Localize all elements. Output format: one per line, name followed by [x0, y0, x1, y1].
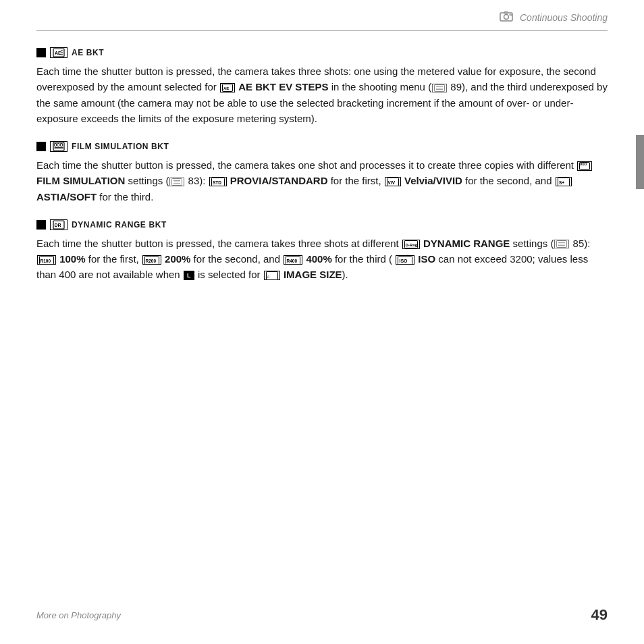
- dynamic-range-bold: DYNAMIC RANGE: [423, 238, 510, 249]
- svg-rect-23: [583, 163, 584, 165]
- svg-text:R200: R200: [145, 258, 156, 263]
- svg-rect-3: [510, 14, 512, 16]
- ae-bkt-body: Each time the shutter button is pressed,…: [36, 63, 608, 126]
- dr-100-label: 100%: [59, 253, 85, 265]
- svg-text:AE: AE: [223, 86, 229, 90]
- L-icon: L: [184, 271, 194, 280]
- dr-200-label: 200%: [165, 253, 190, 265]
- film-sim-bkt-icon: [50, 141, 68, 152]
- dynamic-range-bkt-body: Each time the shutter button is pressed,…: [36, 236, 608, 283]
- ae-bkt-ev-steps-label: AE BKT EV STEPS: [238, 81, 328, 92]
- svg-text:⌂: ⌂: [267, 273, 269, 278]
- section-dynamic-range-bkt: DR DYNAMIC RANGE BKT Each time the shutt…: [36, 219, 608, 283]
- page-number: 49: [591, 606, 608, 624]
- svg-text:AE: AE: [55, 51, 61, 55]
- svg-rect-16: [55, 144, 57, 146]
- dr-400-icon: R400: [284, 255, 302, 265]
- svg-text:STD: STD: [213, 180, 221, 184]
- footer-caption: More on Photography: [36, 610, 121, 620]
- velvia-label: Velvia/VIVID: [404, 175, 462, 186]
- img-size-icon: ⌂: [264, 271, 280, 280]
- dynamic-range-heading: DR DYNAMIC RANGE BKT: [36, 219, 608, 230]
- ae-bkt-heading: AE AE BKT: [36, 47, 608, 58]
- svg-rect-21: [580, 163, 590, 170]
- astia-label: ASTIA/SOFT: [36, 191, 97, 203]
- svg-text:D-Rng: D-Rng: [405, 243, 417, 247]
- dr-200-icon: R200: [142, 255, 161, 265]
- dr-100-icon: R100: [37, 255, 56, 265]
- section-film-sim-bkt: FILM SIMULATION BKT Each time the shutte…: [36, 141, 608, 205]
- astia-icon: S+: [556, 177, 572, 186]
- film-sim-bkt-label: FILM SIMULATION BKT: [72, 142, 169, 151]
- film-sim-bkt-body: Each time the shutter button is pressed,…: [36, 157, 608, 205]
- page-header: Continuous Shooting: [36, 0, 608, 31]
- svg-text:R100: R100: [41, 258, 51, 263]
- page-marker: [636, 135, 644, 189]
- svg-text:S+: S+: [559, 180, 564, 184]
- velvia-icon: VIV: [385, 177, 401, 186]
- svg-rect-24: [585, 163, 587, 165]
- menu-icon-3: [554, 240, 569, 248]
- dr-inline-icon: D-Rng: [402, 240, 420, 249]
- svg-point-1: [504, 15, 509, 20]
- film-simulation-bold: FILM SIMULATION: [36, 175, 125, 186]
- dynamic-range-bkt-icon: DR: [50, 219, 68, 230]
- page-footer: More on Photography 49: [36, 606, 608, 624]
- menu-icon-1: [432, 84, 447, 92]
- menu-icon-2: [169, 178, 184, 186]
- svg-text:VIV: VIV: [387, 180, 395, 184]
- iso-label: ISO: [418, 253, 435, 265]
- page: Continuous Shooting AE AE BKT Each time …: [0, 0, 644, 644]
- heading-square-2: [36, 142, 46, 151]
- svg-text:R400: R400: [287, 258, 298, 263]
- svg-text:ISO: ISO: [400, 258, 408, 263]
- heading-square-3: [36, 220, 46, 230]
- svg-text:DR: DR: [55, 223, 61, 227]
- section-ae-bkt: AE AE BKT Each time the shutter button i…: [36, 47, 608, 126]
- ae-bkt-ev-inline-icon: AE: [220, 83, 235, 92]
- film-sim-heading: FILM SIMULATION BKT: [36, 141, 608, 152]
- ae-bkt-icon: AE: [50, 47, 68, 58]
- dynamic-range-bkt-label: DYNAMIC RANGE BKT: [72, 220, 167, 230]
- ae-bkt-label: AE BKT: [72, 48, 104, 57]
- continuous-shooting-icon: [500, 11, 514, 24]
- image-size-label: IMAGE SIZE: [284, 269, 342, 280]
- provia-label: PROVIA/STANDARD: [230, 175, 328, 186]
- iso-inline-icon: ISO: [396, 255, 414, 265]
- svg-rect-17: [57, 144, 59, 146]
- dr-400-label: 400%: [306, 253, 331, 265]
- heading-square: [36, 48, 46, 57]
- header-title: Continuous Shooting: [520, 12, 608, 23]
- provia-icon: STD: [209, 177, 227, 186]
- svg-rect-18: [61, 144, 63, 146]
- svg-rect-22: [581, 163, 582, 165]
- film-sim-inline-icon: [577, 161, 592, 171]
